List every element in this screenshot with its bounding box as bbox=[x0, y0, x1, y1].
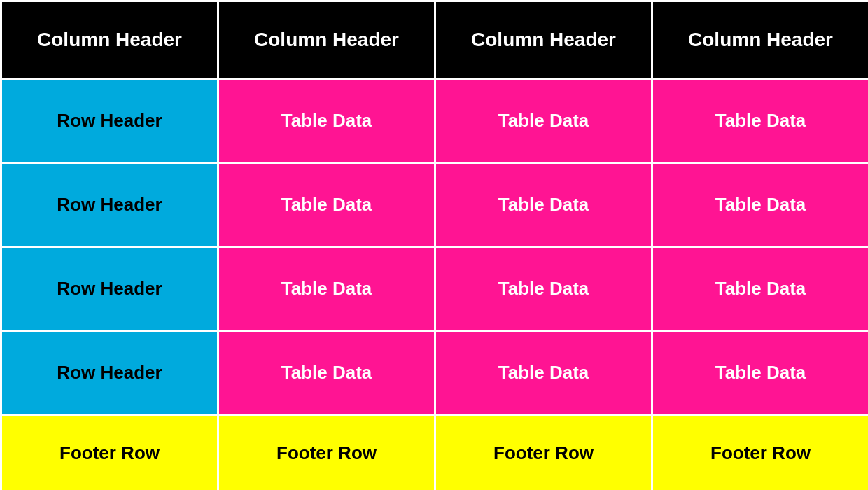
table-data: Table Data bbox=[652, 331, 869, 415]
main-table: Column Header Column Header Column Heade… bbox=[0, 0, 868, 490]
table-row: Row Header Table Data Table Data Table D… bbox=[1, 247, 869, 331]
table-row: Row Header Table Data Table Data Table D… bbox=[1, 163, 869, 247]
footer-cell-1: Footer Row bbox=[1, 415, 218, 491]
row-header-4: Row Header bbox=[1, 331, 218, 415]
footer-row: Footer Row Footer Row Footer Row Footer … bbox=[1, 415, 869, 491]
table-data: Table Data bbox=[652, 79, 869, 163]
table-data: Table Data bbox=[435, 163, 652, 247]
table-data: Table Data bbox=[435, 247, 652, 331]
table-data: Table Data bbox=[218, 331, 435, 415]
row-header-2: Row Header bbox=[1, 163, 218, 247]
col-header-4: Column Header bbox=[652, 1, 869, 79]
footer-cell-4: Footer Row bbox=[652, 415, 869, 491]
table-data: Table Data bbox=[218, 79, 435, 163]
table-data: Table Data bbox=[652, 163, 869, 247]
table-data: Table Data bbox=[435, 79, 652, 163]
column-header-row: Column Header Column Header Column Heade… bbox=[1, 1, 869, 79]
row-header-1: Row Header bbox=[1, 79, 218, 163]
table-row: Row Header Table Data Table Data Table D… bbox=[1, 79, 869, 163]
table-row: Row Header Table Data Table Data Table D… bbox=[1, 331, 869, 415]
col-header-1: Column Header bbox=[1, 1, 218, 79]
footer-cell-2: Footer Row bbox=[218, 415, 435, 491]
footer-cell-3: Footer Row bbox=[435, 415, 652, 491]
table-data: Table Data bbox=[218, 163, 435, 247]
col-header-2: Column Header bbox=[218, 1, 435, 79]
table-data: Table Data bbox=[218, 247, 435, 331]
col-header-3: Column Header bbox=[435, 1, 652, 79]
table-data: Table Data bbox=[435, 331, 652, 415]
row-header-3: Row Header bbox=[1, 247, 218, 331]
table-data: Table Data bbox=[652, 247, 869, 331]
